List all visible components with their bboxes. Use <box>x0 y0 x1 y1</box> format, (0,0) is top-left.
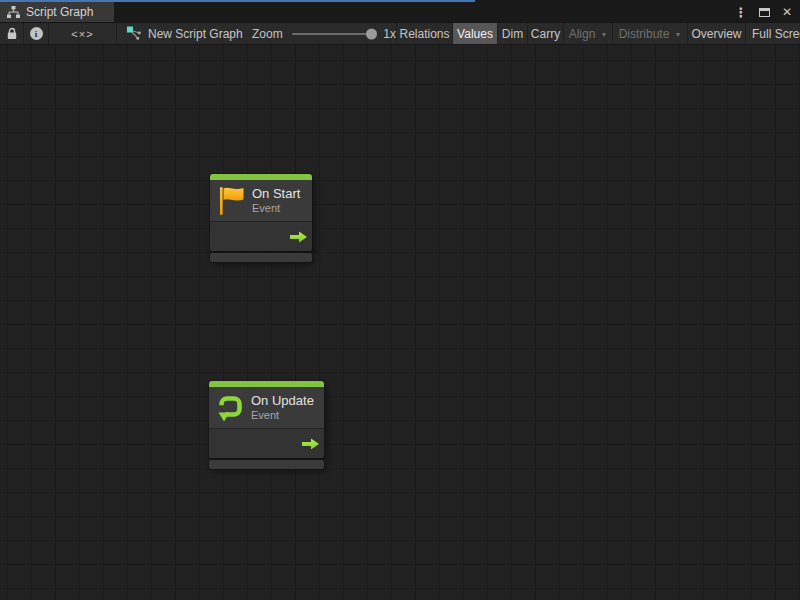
info-icon: i <box>30 27 43 40</box>
graph-canvas[interactable]: On Start Event <box>0 45 800 600</box>
window-controls: ⋮ ✕ <box>734 2 800 22</box>
tab-bar: Script Graph ⋮ ✕ <box>0 0 800 22</box>
toolbar-button-relations[interactable]: Relations <box>397 23 453 44</box>
flag-icon <box>218 186 244 216</box>
close-icon[interactable]: ✕ <box>780 4 794 20</box>
lock-button[interactable] <box>0 23 24 44</box>
graph-hierarchy-icon <box>7 6 20 18</box>
zoom-control: Zoom 1x <box>245 23 397 44</box>
toolbar-button-fullscreen[interactable]: Full Screen <box>746 23 800 44</box>
toolbar-button-overview[interactable]: Overview <box>688 23 746 44</box>
node-footer <box>210 253 312 262</box>
code-preview-button[interactable]: <×> <box>49 23 117 44</box>
node-header: On Start Event <box>210 180 312 221</box>
zoom-label: Zoom <box>252 27 283 41</box>
kebab-menu-icon[interactable]: ⋮ <box>734 4 748 20</box>
maximize-icon[interactable] <box>757 4 771 20</box>
node-title: On Update <box>251 393 314 409</box>
flow-output-arrow-icon <box>302 438 319 449</box>
toolbar-button-carry[interactable]: Carry <box>528 23 564 44</box>
node-ports-row <box>209 428 324 458</box>
script-graph-window: Script Graph ⋮ ✕ i <×> <box>0 0 800 600</box>
tab-title: Script Graph <box>26 5 93 19</box>
zoom-value: 1x <box>383 27 396 41</box>
info-button[interactable]: i <box>24 23 49 44</box>
chevron-down-icon: ▼ <box>674 31 681 38</box>
node-ports-row <box>210 221 312 251</box>
toolbar-button-dim[interactable]: Dim <box>498 23 528 44</box>
node-on-update-main: On Update Event <box>209 381 324 458</box>
code-icon: <×> <box>71 28 93 40</box>
lock-icon <box>7 27 17 40</box>
script-graph-asset-icon <box>126 26 141 41</box>
graph-breadcrumb[interactable]: New Script Graph <box>117 23 245 44</box>
chevron-down-icon: ▼ <box>600 31 607 38</box>
node-subtitle: Event <box>251 409 314 422</box>
graph-toolbar: i <×> New Script Graph Zoom 1x Relatio <box>0 22 800 45</box>
align-label: Align <box>569 27 596 41</box>
distribute-label: Distribute <box>619 27 670 41</box>
node-on-update[interactable]: On Update Event <box>209 381 324 469</box>
toolbar-button-values[interactable]: Values <box>453 23 498 44</box>
zoom-slider-handle[interactable] <box>366 28 377 39</box>
flow-output-arrow-icon <box>290 231 307 242</box>
toolbar-button-align[interactable]: Align ▼ <box>564 23 613 44</box>
graph-name-label: New Script Graph <box>148 27 243 41</box>
node-on-start-main: On Start Event <box>210 174 312 251</box>
loop-icon <box>217 394 243 422</box>
node-header: On Update Event <box>209 387 324 428</box>
zoom-slider[interactable] <box>292 33 373 35</box>
node-footer <box>209 460 324 469</box>
node-title: On Start <box>252 186 300 202</box>
toolbar-button-distribute[interactable]: Distribute ▼ <box>613 23 688 44</box>
tab-script-graph[interactable]: Script Graph <box>0 2 114 22</box>
node-subtitle: Event <box>252 202 300 215</box>
node-on-start[interactable]: On Start Event <box>210 174 312 262</box>
